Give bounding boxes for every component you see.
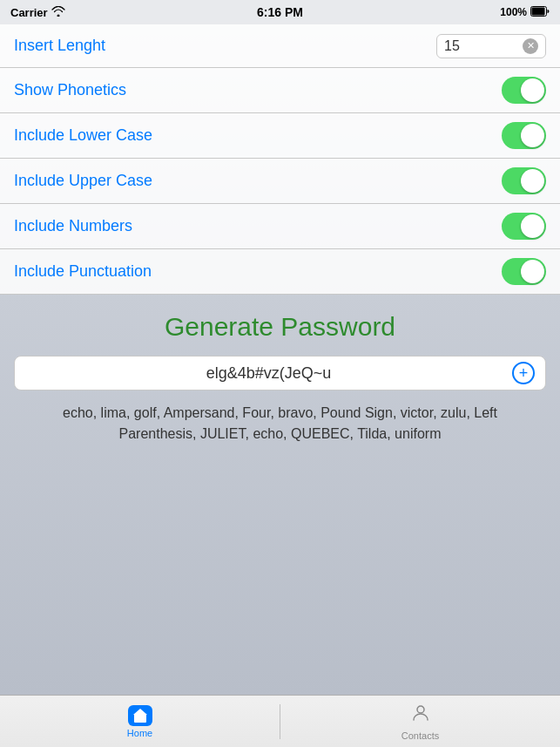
status-bar-left: Carrier: [10, 6, 65, 19]
contacts-icon: [410, 703, 431, 729]
tab-contacts-label: Contacts: [401, 730, 439, 741]
phonetics-text: echo, lima, golf, Ampersand, Four, bravo…: [14, 403, 546, 445]
toggle-include-punctuation[interactable]: [502, 258, 546, 285]
toggle-row-include-lower-case: Include Lower Case: [0, 113, 560, 159]
generate-title: Generate Password: [165, 312, 395, 342]
main-content: Insert Lenght ✕ Show PhoneticsInclude Lo…: [0, 24, 560, 695]
add-to-contacts-button[interactable]: +: [512, 362, 535, 384]
insert-length-label: Insert Lenght: [14, 37, 105, 55]
tab-bar: Home Contacts: [0, 695, 560, 747]
toggle-include-upper-case[interactable]: [502, 167, 546, 194]
insert-length-row: Insert Lenght ✕: [0, 24, 560, 68]
svg-marker-3: [133, 709, 147, 715]
toggle-label-include-lower-case: Include Lower Case: [14, 126, 152, 145]
toggle-row-include-numbers: Include Numbers: [0, 204, 560, 249]
battery-label: 100%: [500, 6, 527, 18]
toggle-thumb-include-numbers: [521, 214, 544, 238]
toggle-row-include-upper-case: Include Upper Case: [0, 159, 560, 204]
wifi-icon: [51, 6, 65, 19]
toggle-label-show-phonetics: Show Phonetics: [14, 81, 126, 99]
home-icon: [128, 705, 152, 726]
toggle-thumb-show-phonetics: [521, 78, 544, 102]
svg-rect-4: [138, 717, 143, 723]
password-value: elg&4b#vz(JeQ~u: [25, 364, 512, 383]
tab-contacts[interactable]: Contacts: [280, 703, 560, 741]
settings-section: Insert Lenght ✕ Show PhoneticsInclude Lo…: [0, 24, 560, 295]
toggle-include-numbers[interactable]: [502, 213, 546, 240]
toggle-label-include-upper-case: Include Upper Case: [14, 172, 152, 190]
toggle-thumb-include-punctuation: [521, 260, 544, 283]
toggle-thumb-include-lower-case: [521, 124, 544, 147]
toggle-include-lower-case[interactable]: [502, 122, 546, 149]
battery-icon: [530, 6, 550, 19]
toggle-thumb-include-upper-case: [521, 169, 544, 193]
tab-home-label: Home: [127, 728, 152, 738]
svg-point-5: [417, 706, 424, 713]
generate-section: Generate Password elg&4b#vz(JeQ~u + echo…: [0, 295, 560, 453]
svg-rect-1: [532, 7, 545, 15]
clear-input-button[interactable]: ✕: [523, 38, 538, 54]
password-field-wrap: elg&4b#vz(JeQ~u +: [14, 356, 546, 390]
toggle-show-phonetics[interactable]: [502, 77, 546, 104]
status-bar: Carrier 6:16 PM 100%: [0, 0, 560, 24]
insert-length-input[interactable]: [444, 38, 523, 54]
status-bar-time: 6:16 PM: [257, 5, 303, 19]
toggle-row-include-punctuation: Include Punctuation: [0, 249, 560, 295]
toggle-label-include-numbers: Include Numbers: [14, 217, 132, 235]
toggle-row-show-phonetics: Show Phonetics: [0, 68, 560, 113]
toggle-rows-container: Show PhoneticsInclude Lower CaseInclude …: [0, 68, 560, 295]
carrier-label: Carrier: [10, 6, 48, 19]
status-bar-right: 100%: [500, 6, 550, 19]
tab-home[interactable]: Home: [0, 705, 280, 738]
toggle-label-include-punctuation: Include Punctuation: [14, 262, 152, 281]
insert-length-input-wrap: ✕: [436, 34, 546, 58]
